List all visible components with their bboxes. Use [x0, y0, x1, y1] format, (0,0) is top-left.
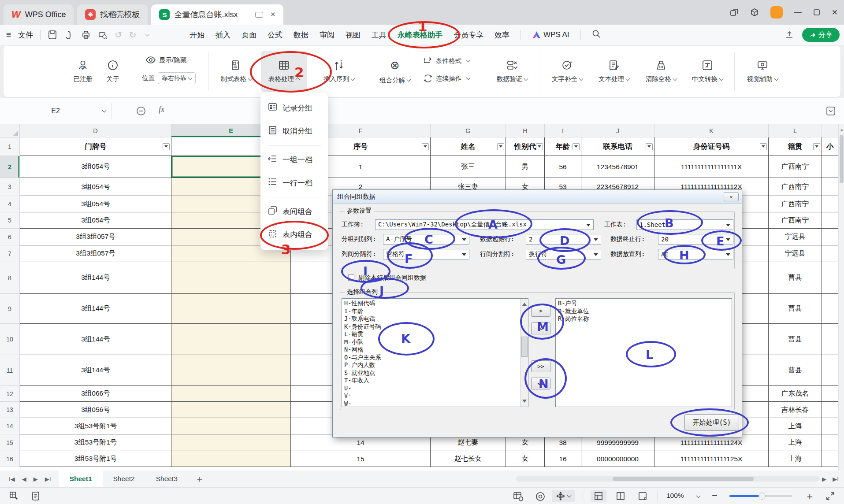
cell-H1[interactable]: 性别代 [506, 137, 545, 156]
cell-M9[interactable] [822, 294, 838, 324]
menu-item-取消分组[interactable]: 取消分组 [260, 121, 328, 141]
maximize-icon[interactable] [813, 9, 820, 16]
cell-M16[interactable] [822, 451, 838, 467]
output-icon[interactable] [64, 30, 74, 40]
macro-icon[interactable] [31, 491, 41, 501]
cell-M2[interactable] [822, 156, 838, 178]
cell-E12[interactable] [171, 386, 291, 402]
cell-M1[interactable]: 小 [822, 137, 838, 156]
view-pagebreak-button[interactable] [613, 490, 628, 502]
list-item[interactable]: B-户号 [558, 300, 729, 308]
tab-docer-templates[interactable]: ❋ 找稻壳模板 [77, 4, 148, 25]
menu-item-9[interactable]: 永峰表格助手 [398, 30, 442, 40]
chevron-down-icon[interactable] [145, 32, 149, 37]
available-columns-listbox[interactable]: H-性别代码I-年龄J-联系电话K-身份证号码L-籍贯M-小队N-网格O-与户主… [342, 298, 528, 407]
user-avatar[interactable] [770, 6, 783, 19]
cell-M11[interactable] [822, 355, 838, 386]
cell-L7[interactable]: 宁远县 [769, 245, 822, 262]
cell-L3[interactable]: 广西南宁 [769, 178, 822, 196]
sheet-tab-Sheet2[interactable]: Sheet2 [103, 471, 145, 487]
menu-item-6[interactable]: 审阅 [320, 30, 335, 40]
cell-M7[interactable] [822, 245, 838, 262]
move-all-right-button[interactable]: >> [531, 360, 550, 372]
menu-item-10[interactable]: 会员专享 [454, 30, 483, 40]
table-protect-icon[interactable] [513, 491, 524, 502]
screen-cast-icon[interactable] [255, 12, 263, 18]
cell-D10[interactable]: 3组144号 [20, 324, 171, 355]
cell-I2[interactable]: 56 [545, 156, 581, 178]
position-select[interactable]: 靠右停靠 [158, 72, 196, 84]
cell-D2[interactable]: 3组054号 [20, 156, 171, 178]
column-header-D[interactable]: D [20, 124, 171, 137]
list-item[interactable]: Q-就业单位 [558, 308, 729, 315]
close-window-icon[interactable]: ✕ [832, 8, 838, 17]
list-item[interactable]: W- [344, 400, 518, 408]
filter-icon[interactable] [163, 143, 170, 150]
text-process-button[interactable]: 文本处理 [591, 51, 637, 92]
menu-item-7[interactable]: 视图 [346, 30, 361, 40]
column-header-G[interactable]: G [431, 124, 506, 137]
data-validate-button[interactable]: 数据验证 [489, 51, 535, 92]
cell-E15[interactable] [171, 434, 291, 451]
cell-D6[interactable]: 3组3组057号 [20, 229, 171, 245]
cell-D15[interactable]: 3组53号附1号 [20, 434, 171, 451]
eye-icon[interactable] [535, 491, 546, 502]
cell-D16[interactable]: 3组53号附1号 [20, 451, 171, 467]
list-item[interactable]: R-岗位名称 [558, 315, 729, 323]
worksheet-combo[interactable]: 1.Sheet1 [636, 219, 733, 230]
table-process-button[interactable]: 表格处理 [261, 51, 307, 92]
group-col-combo[interactable]: A-户序号 [383, 234, 469, 245]
print-preview-icon[interactable] [98, 30, 108, 40]
cell-D14[interactable]: 3组53号附1号 [20, 418, 171, 434]
center-tool-button[interactable] [552, 490, 575, 502]
cell-E10[interactable] [171, 324, 291, 355]
cell-L12[interactable]: 广东茂名 [769, 386, 822, 402]
next-sheet-icon[interactable]: ▶ [33, 476, 38, 482]
row-header-9[interactable]: 9 [0, 294, 20, 324]
row-header-15[interactable]: 15 [0, 434, 20, 451]
menu-item-记录分组[interactable]: 记录分组 [260, 98, 328, 118]
cell-L11[interactable]: 曹县 [769, 355, 822, 386]
list-item[interactable]: I-年龄 [344, 308, 518, 315]
list-item[interactable]: M-小队 [344, 338, 518, 346]
move-left-button[interactable]: < [531, 322, 550, 334]
row-header-5[interactable]: 5 [0, 212, 20, 229]
zoom-slider-knob[interactable] [758, 493, 766, 500]
undo-icon[interactable]: ↺ [115, 30, 122, 40]
cell-L1[interactable]: 籍贯 [769, 137, 822, 156]
cell-H2[interactable]: 男 [506, 156, 545, 178]
cell-D12[interactable]: 3组066号 [20, 386, 171, 402]
row-sep-combo[interactable]: 换行符 [526, 249, 601, 259]
dialog-title-bar[interactable]: 组合同组数据 ✕ [333, 190, 742, 204]
name-box[interactable]: E2 [0, 101, 111, 121]
cn-convert-button[interactable]: 中文转换 [684, 51, 730, 92]
cell-M10[interactable] [822, 324, 838, 355]
sheet-tab-Sheet3[interactable]: Sheet3 [145, 471, 188, 487]
menu-item-5[interactable]: 数据 [294, 30, 309, 40]
search-button[interactable] [592, 30, 601, 41]
prev-sheet-icon[interactable]: ◀ [22, 476, 26, 482]
row-header-7[interactable]: 7 [0, 245, 20, 262]
hamburger-icon[interactable]: ≡ [6, 30, 11, 40]
cell-K2[interactable]: 11111111111111111X [654, 156, 769, 178]
cell-K1[interactable]: 身份证号码 [654, 137, 769, 156]
filter-icon[interactable] [760, 143, 767, 150]
menu-item-表内组合[interactable]: 表内组合 [260, 225, 328, 245]
cell-M6[interactable] [822, 229, 838, 245]
continuous-op-button[interactable]: 连续操作 [423, 74, 470, 83]
visual-assist-button[interactable]: 视觉辅助 [740, 51, 785, 92]
tab-wps-office[interactable]: W WPS Office [4, 4, 74, 25]
dialog-close-button[interactable]: ✕ [724, 192, 739, 201]
row-header-3[interactable]: 3 [0, 178, 20, 196]
format-table-button[interactable]: 制式表格 [213, 51, 259, 92]
cell-M14[interactable] [822, 418, 838, 434]
cell-L10[interactable]: 曹县 [769, 324, 822, 355]
scroll-right-icon[interactable]: ▶ [822, 476, 826, 482]
cell-L16[interactable]: 上海 [769, 451, 822, 467]
upload-icon[interactable] [785, 30, 794, 40]
tab-workbook[interactable]: S 全量信息台账.xlsx ✕ [151, 4, 283, 25]
cell-G1[interactable]: 姓名 [431, 137, 506, 156]
selected-columns-listbox[interactable]: B-户号Q-就业单位R-岗位名称 [555, 298, 732, 407]
cell-J16[interactable]: 00000000000 [581, 451, 654, 467]
list-item[interactable]: P-户内人数 [344, 361, 518, 369]
